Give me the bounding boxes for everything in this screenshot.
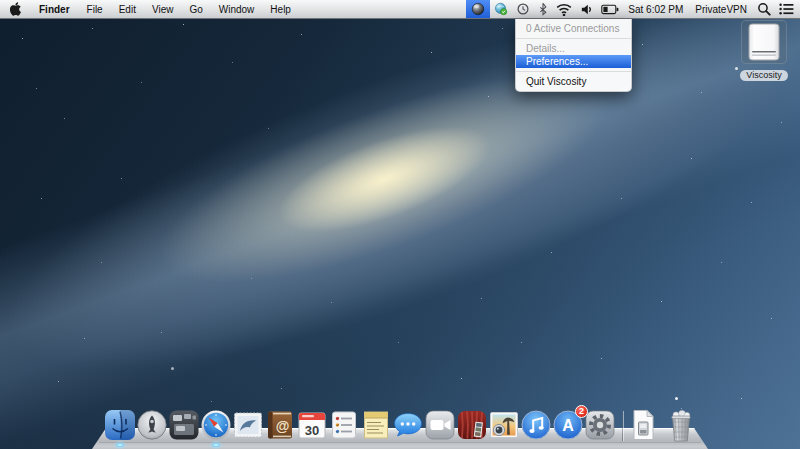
- messages-icon: [392, 409, 424, 441]
- menu-separator: [516, 38, 631, 39]
- menu-finder[interactable]: Finder: [30, 0, 79, 18]
- clock-icon: [516, 2, 530, 16]
- dock-calendar[interactable]: 30: [296, 409, 328, 441]
- running-indicator: [212, 443, 220, 447]
- trash-full-icon: [664, 409, 698, 442]
- dock-messages[interactable]: [392, 409, 424, 441]
- dock-mission-control[interactable]: [168, 409, 200, 441]
- notification-center-icon[interactable]: [775, 0, 800, 18]
- launchpad-icon: [136, 409, 168, 441]
- dock-photo-booth[interactable]: [456, 409, 488, 441]
- viscosity-dropdown-menu: 0 Active Connections Details... Preferen…: [515, 19, 632, 92]
- apple-icon: [10, 2, 21, 16]
- menu-help[interactable]: Help: [262, 0, 299, 18]
- menu-item-details: Details...: [516, 42, 631, 55]
- wifi-glyph: [556, 3, 572, 16]
- contacts-icon: @: [264, 409, 296, 441]
- menu-item-preferences[interactable]: Preferences...: [516, 55, 631, 68]
- menu-bar-clock[interactable]: Sat 6:02 PM: [623, 4, 689, 15]
- calendar-icon: 30: [296, 409, 328, 441]
- menu-file[interactable]: File: [79, 0, 111, 18]
- speaker-glyph: [580, 3, 593, 16]
- facetime-icon: [424, 409, 456, 441]
- mission-control-icon: [168, 409, 200, 441]
- removable-disk-icon: [747, 23, 781, 61]
- dock-separator: [622, 411, 623, 441]
- viscosity-menu-icon[interactable]: [466, 0, 490, 18]
- menu-bar-vpn-label[interactable]: PrivateVPN: [689, 4, 753, 15]
- finder-icon: [104, 409, 136, 441]
- desktop-icon-label: Viscosity: [740, 70, 787, 81]
- apple-menu[interactable]: [0, 0, 30, 18]
- dock-shelf-edge: [99, 442, 701, 443]
- dock-system-preferences[interactable]: [584, 409, 616, 441]
- contacts-at-glyph: @: [276, 418, 290, 434]
- time-machine-icon[interactable]: [512, 0, 534, 18]
- list-lines-glyph: [779, 3, 794, 15]
- dock-mail[interactable]: [232, 409, 264, 441]
- magnifier-glyph: [757, 2, 771, 16]
- desktop-icon-viscosity[interactable]: Viscosity: [737, 20, 791, 82]
- iphoto-icon: [488, 409, 520, 441]
- disk-image-icon: [741, 20, 787, 64]
- dock-iphoto[interactable]: [488, 409, 520, 441]
- mail-icon: [232, 409, 264, 441]
- dock-facetime[interactable]: [424, 409, 456, 441]
- battery-icon[interactable]: [597, 0, 623, 18]
- update-globe-icon[interactable]: [490, 0, 512, 18]
- battery-glyph: [601, 4, 619, 15]
- running-indicator: [116, 443, 124, 447]
- dock-launchpad[interactable]: [136, 409, 168, 441]
- safari-icon: [200, 409, 232, 441]
- dock-safari[interactable]: [200, 409, 232, 441]
- desktop: Viscosity Finder File Edit View Go Windo…: [0, 0, 800, 449]
- menu-bar: Finder File Edit View Go Window Help: [0, 0, 800, 19]
- bluetooth-icon[interactable]: [534, 0, 552, 18]
- dock: @ 30: [104, 408, 698, 441]
- photo-booth-icon: [456, 409, 488, 441]
- dock-trash[interactable]: [664, 409, 698, 441]
- globe-check-icon: [494, 2, 508, 16]
- menu-view[interactable]: View: [144, 0, 182, 18]
- spotlight-icon[interactable]: [753, 0, 775, 18]
- reminders-icon: [328, 409, 360, 441]
- dock-finder[interactable]: [104, 409, 136, 441]
- system-preferences-icon: [584, 409, 616, 441]
- galaxy-graphic: [0, 0, 800, 449]
- itunes-icon: [520, 409, 552, 441]
- dock-viscosity-disk-image[interactable]: [628, 409, 658, 441]
- menu-window[interactable]: Window: [211, 0, 263, 18]
- dock-notes[interactable]: [360, 409, 392, 441]
- bluetooth-glyph: [538, 2, 548, 16]
- notes-icon: [360, 409, 392, 441]
- app-store-letter: A: [562, 417, 574, 434]
- wifi-icon[interactable]: [552, 0, 576, 18]
- dmg-file-icon: [628, 409, 658, 441]
- volume-icon[interactable]: [576, 0, 597, 18]
- dock-itunes[interactable]: [520, 409, 552, 441]
- dock-contacts[interactable]: @: [264, 409, 296, 441]
- menu-go[interactable]: Go: [181, 0, 210, 18]
- viscosity-orb-icon: [471, 2, 485, 16]
- menu-item-active-connections: 0 Active Connections: [516, 22, 631, 35]
- desktop-wallpaper: [0, 0, 800, 449]
- dock-app-store[interactable]: A 2: [552, 409, 584, 441]
- menu-edit[interactable]: Edit: [111, 0, 144, 18]
- menu-separator: [516, 71, 631, 72]
- app-store-badge: 2: [575, 405, 588, 418]
- dock-reminders[interactable]: [328, 409, 360, 441]
- menu-item-quit-viscosity[interactable]: Quit Viscosity: [516, 75, 631, 88]
- calendar-day-number: 30: [305, 423, 319, 438]
